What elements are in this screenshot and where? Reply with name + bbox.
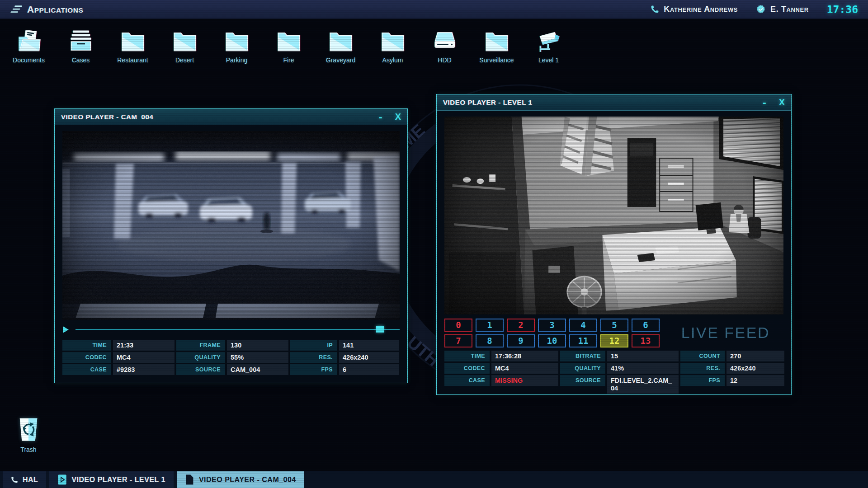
minimize-button[interactable]: - bbox=[763, 99, 766, 106]
titlebar[interactable]: VIDEO PLAYER - CAM_004 - X bbox=[55, 109, 407, 125]
meta-label: COUNT bbox=[680, 351, 725, 361]
contact-katherine-andrews[interactable]: Katherine Andrews bbox=[651, 5, 738, 14]
camera-button-13[interactable]: 13 bbox=[632, 334, 660, 347]
seek-bar[interactable] bbox=[75, 329, 400, 330]
play-button[interactable] bbox=[62, 326, 69, 333]
desktop-icon-label: HDD bbox=[438, 56, 451, 64]
window-title: VIDEO PLAYER - LEVEL 1 bbox=[443, 99, 532, 106]
contact-name: Katherine Andrews bbox=[664, 5, 738, 14]
meta-value: MC4 bbox=[491, 363, 558, 374]
badge-check-icon bbox=[756, 5, 766, 14]
meta-value: 17:36:28 bbox=[491, 351, 558, 361]
level1-metadata-table: TIME 17:36:28 BITRATE 15 COUNT 270 CODEC… bbox=[444, 351, 783, 394]
camera-button-7[interactable]: 7 bbox=[444, 334, 472, 347]
meta-label: CODEC bbox=[444, 363, 490, 374]
camera-button-5[interactable]: 5 bbox=[600, 319, 628, 332]
taskbar-item-label: HAL bbox=[23, 476, 38, 484]
video-file-icon bbox=[57, 474, 67, 485]
camera-button-0[interactable]: 0 bbox=[444, 319, 472, 332]
taskbar-item-video-player-level1[interactable]: VIDEO PLAYER - LEVEL 1 bbox=[49, 471, 174, 488]
camera-button-12[interactable]: 12 bbox=[600, 334, 628, 347]
camera-button-8[interactable]: 8 bbox=[476, 334, 504, 347]
meta-value: CAM_004 bbox=[227, 364, 288, 375]
meta-value-case: MISSING bbox=[491, 375, 558, 386]
desktop-icon-label: Documents bbox=[13, 56, 45, 64]
desktop-icon-label: Parking bbox=[226, 56, 247, 64]
meta-value: MC4 bbox=[113, 352, 175, 363]
desktop-icon-label: Graveyard bbox=[326, 56, 355, 64]
window-title: VIDEO PLAYER - CAM_004 bbox=[61, 113, 153, 121]
meta-label: FRAME bbox=[176, 340, 225, 351]
meta-label: QUALITY bbox=[176, 352, 225, 363]
meta-value: 21:33 bbox=[113, 340, 175, 351]
desktop-icon-row: Documents Cases Restaurant Desert Parkin… bbox=[3, 26, 575, 64]
video-feed-cam004 bbox=[62, 131, 400, 320]
hard-drive-icon bbox=[433, 26, 457, 53]
cam004-metadata-table: TIME 21:33 FRAME 130 IP 141 CODEC MC4 QU… bbox=[62, 340, 400, 375]
phone-icon bbox=[651, 5, 659, 14]
minimize-button[interactable]: - bbox=[379, 114, 382, 120]
desktop-icon-cases[interactable]: Cases bbox=[55, 26, 107, 64]
camera-button-3[interactable]: 3 bbox=[538, 319, 566, 332]
meta-value: 130 bbox=[227, 340, 288, 351]
desktop-icon-restaurant[interactable]: Restaurant bbox=[107, 26, 159, 64]
meta-value: 426x240 bbox=[726, 363, 784, 374]
contact-name: E. Tanner bbox=[770, 5, 809, 14]
meta-value: 12 bbox=[726, 375, 784, 386]
camera-button-11[interactable]: 11 bbox=[569, 334, 597, 347]
desktop-icon-documents[interactable]: Documents bbox=[3, 26, 55, 64]
meta-label: CASE bbox=[444, 375, 490, 386]
camera-button-10[interactable]: 10 bbox=[538, 334, 566, 347]
window-cam004: VIDEO PLAYER - CAM_004 - X bbox=[54, 108, 408, 383]
taskbar-item-label: VIDEO PLAYER - CAM_004 bbox=[199, 476, 296, 484]
meta-value: 270 bbox=[726, 351, 784, 361]
window-level1: VIDEO PLAYER - LEVEL 1 - X bbox=[436, 94, 792, 395]
desktop-icon-label: Desert bbox=[175, 56, 194, 64]
close-button[interactable]: X bbox=[395, 112, 401, 122]
taskbar-item-video-player-cam004[interactable]: VIDEO PLAYER - CAM_004 bbox=[177, 471, 304, 488]
desktop-icon-parking[interactable]: Parking bbox=[211, 26, 263, 64]
desktop-icon-level1[interactable]: Level 1 bbox=[523, 26, 575, 64]
progress-handle[interactable] bbox=[376, 326, 384, 333]
meta-value: 426x240 bbox=[339, 352, 399, 363]
playback-controls bbox=[62, 322, 400, 337]
open-folder-icon bbox=[17, 26, 41, 53]
camera-button-2[interactable]: 2 bbox=[507, 319, 535, 332]
folder-icon bbox=[225, 26, 249, 53]
live-feed-label: LIVE FEED bbox=[681, 324, 770, 342]
desktop-icon-asylum[interactable]: Asylum bbox=[367, 26, 419, 64]
trash-icon bbox=[17, 417, 40, 444]
desktop-icon-label: Cases bbox=[72, 56, 90, 64]
trash-label: Trash bbox=[20, 446, 36, 453]
camera-button-grid: 0 1 2 3 4 5 6 7 8 9 10 11 12 13 bbox=[444, 319, 660, 347]
camera-button-1[interactable]: 1 bbox=[476, 319, 504, 332]
clock: 17:36 bbox=[827, 4, 858, 15]
camera-button-6[interactable]: 6 bbox=[632, 319, 660, 332]
applications-menu-button[interactable]: Applications bbox=[10, 4, 84, 15]
camera-button-9[interactable]: 9 bbox=[507, 334, 535, 347]
desktop-icon-fire[interactable]: Fire bbox=[263, 26, 315, 64]
meta-label: RES. bbox=[290, 352, 337, 363]
folder-icon bbox=[173, 26, 197, 53]
desktop-icon-surveillance[interactable]: Surveillance bbox=[471, 26, 523, 64]
titlebar[interactable]: VIDEO PLAYER - LEVEL 1 - X bbox=[437, 94, 791, 111]
trash[interactable]: Trash bbox=[12, 417, 45, 453]
taskbar: HAL VIDEO PLAYER - LEVEL 1 VIDEO PLAYER … bbox=[0, 471, 868, 488]
folder-icon bbox=[485, 26, 509, 53]
close-button[interactable]: X bbox=[779, 97, 785, 108]
desktop-icon-graveyard[interactable]: Graveyard bbox=[315, 26, 367, 64]
meta-value: 6 bbox=[339, 364, 399, 375]
contact-e-tanner[interactable]: E. Tanner bbox=[756, 5, 809, 14]
desktop-icon-desert[interactable]: Desert bbox=[159, 26, 211, 64]
play-icon bbox=[62, 326, 69, 333]
folder-icon bbox=[121, 26, 145, 53]
applications-label: Applications bbox=[27, 4, 84, 15]
folder-icon bbox=[381, 26, 405, 53]
camera-selector-row: 0 1 2 3 4 5 6 7 8 9 10 11 12 13 LIVE FEE… bbox=[444, 319, 783, 347]
meta-label: CODEC bbox=[62, 352, 111, 363]
folder-icon bbox=[277, 26, 301, 53]
camera-button-4[interactable]: 4 bbox=[569, 319, 597, 332]
desktop-icon-label: Fire bbox=[283, 56, 294, 64]
desktop-icon-hdd[interactable]: HDD bbox=[419, 26, 471, 64]
taskbar-item-hal[interactable]: HAL bbox=[3, 471, 46, 488]
